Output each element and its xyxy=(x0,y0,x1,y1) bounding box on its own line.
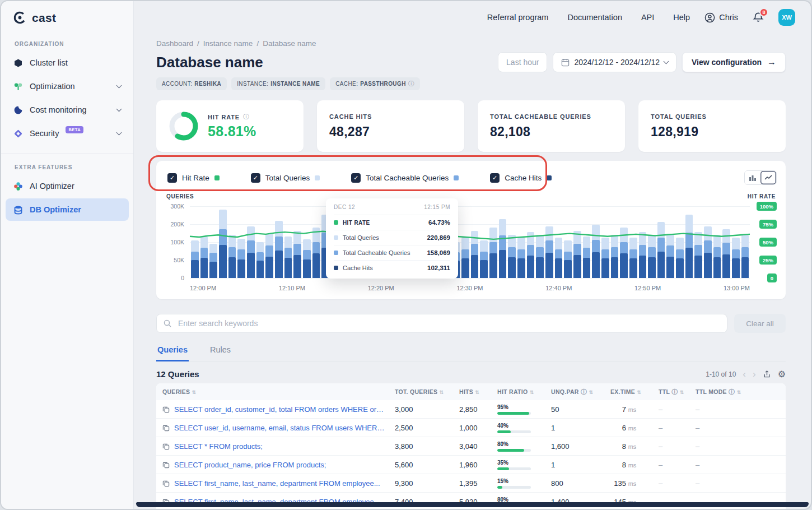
legend-toggle-total-cacheable-queries[interactable]: ✓ Total Cacheable Queries xyxy=(351,173,459,183)
stacked-bar[interactable] xyxy=(461,206,469,278)
prev-page-button[interactable]: ‹ xyxy=(743,369,746,379)
stacked-bar[interactable] xyxy=(555,206,563,278)
line-chart-toggle[interactable] xyxy=(760,171,776,184)
avatar[interactable]: XW xyxy=(778,9,795,26)
stacked-bar[interactable] xyxy=(620,206,628,278)
sort-icon[interactable]: ⇅ xyxy=(737,390,741,395)
stacked-bar[interactable] xyxy=(499,206,507,278)
stacked-bar[interactable] xyxy=(489,206,497,278)
column-unq-par[interactable]: UNQ.PAR ⓘ ⇅ xyxy=(551,388,610,396)
query-link[interactable]: SELECT first_name, last_name, department… xyxy=(174,479,380,488)
stacked-bar[interactable] xyxy=(228,206,236,278)
info-icon[interactable]: ⓘ xyxy=(408,80,414,88)
stacked-bar[interactable] xyxy=(517,206,525,278)
stacked-bar[interactable] xyxy=(611,206,619,278)
sort-icon[interactable]: ⇅ xyxy=(192,390,197,395)
stacked-bar[interactable] xyxy=(685,206,693,278)
query-link[interactable]: SELECT product_name, price FROM products… xyxy=(174,461,326,469)
stacked-bar[interactable] xyxy=(312,206,320,278)
last-hour-button[interactable]: Last hour xyxy=(498,52,547,72)
stacked-bar[interactable] xyxy=(722,206,730,278)
sidebar-item-optimization[interactable]: Optimization xyxy=(6,75,129,98)
sort-icon[interactable]: ⇅ xyxy=(475,390,479,395)
stacked-bar[interactable] xyxy=(648,206,656,278)
sidebar-item-security[interactable]: Security BETA xyxy=(6,122,129,145)
stacked-bar[interactable] xyxy=(657,206,665,278)
stacked-bar[interactable] xyxy=(219,206,227,278)
stacked-bar[interactable] xyxy=(666,206,674,278)
sort-icon[interactable]: ⇅ xyxy=(637,390,641,395)
stacked-bar[interactable] xyxy=(303,206,311,278)
query-link[interactable]: SELECT order_id, customer_id, total FROM… xyxy=(174,405,387,414)
next-page-button[interactable]: › xyxy=(753,369,756,379)
nav-link-documentation[interactable]: Documentation xyxy=(567,13,622,22)
nav-link-api[interactable]: API xyxy=(641,13,654,22)
stacked-bar[interactable] xyxy=(200,206,208,278)
stacked-bar[interactable] xyxy=(284,206,292,278)
copy-icon[interactable] xyxy=(162,480,170,487)
notifications-button[interactable]: 8 xyxy=(753,12,764,23)
stacked-bar[interactable] xyxy=(191,206,199,278)
view-configuration-button[interactable]: View configuration → xyxy=(682,52,786,72)
stacked-bar[interactable] xyxy=(639,206,647,278)
query-link[interactable]: SELECT user_id, username, email, status … xyxy=(174,424,387,432)
stacked-bar[interactable] xyxy=(713,206,721,278)
stacked-bar[interactable] xyxy=(629,206,637,278)
sort-icon[interactable]: ⇅ xyxy=(680,390,684,395)
copy-icon[interactable] xyxy=(162,406,170,413)
sidebar-item-ai-optimizer[interactable]: AI Optimizer xyxy=(6,175,129,197)
nav-link-referral-program[interactable]: Referral program xyxy=(487,13,549,22)
copy-icon[interactable] xyxy=(162,424,170,432)
stacked-bar[interactable] xyxy=(536,206,544,278)
info-icon[interactable]: ⓘ xyxy=(729,388,735,395)
stacked-bar[interactable] xyxy=(471,206,479,278)
breadcrumb-item-dashboard[interactable]: Dashboard xyxy=(156,39,193,48)
logo[interactable]: cast xyxy=(1,1,133,31)
nav-link-help[interactable]: Help xyxy=(673,13,690,22)
export-icon[interactable] xyxy=(763,370,771,378)
stacked-bar[interactable] xyxy=(601,206,609,278)
stacked-bar[interactable] xyxy=(209,206,217,278)
legend-toggle-hit-rate[interactable]: ✓ Hit Rate xyxy=(167,173,220,183)
copy-icon[interactable] xyxy=(162,443,170,450)
stacked-bar[interactable] xyxy=(293,206,301,278)
column-ttl[interactable]: TTL ⓘ ⇅ xyxy=(659,388,696,396)
column-queries[interactable]: QUERIES ⇅ xyxy=(162,388,395,395)
stacked-bar[interactable] xyxy=(480,206,488,278)
breadcrumb-item-database-name[interactable]: Database name xyxy=(263,39,316,48)
breadcrumb-item-instance-name[interactable]: Instance name xyxy=(203,39,253,48)
info-icon[interactable]: ⓘ xyxy=(671,388,678,395)
column-hit-ratio[interactable]: HIT RATIO ⇅ xyxy=(497,388,551,395)
stacked-bar[interactable] xyxy=(704,206,712,278)
stacked-bar[interactable] xyxy=(592,206,600,278)
date-range-picker[interactable]: 2024/12/12 - 2024/12/12 xyxy=(553,52,676,72)
sidebar-item-db-optimizer[interactable]: DB Optimizer xyxy=(6,198,129,221)
copy-icon[interactable] xyxy=(162,461,170,469)
info-icon[interactable]: ⓘ xyxy=(581,388,587,395)
tab-queries[interactable]: Queries xyxy=(156,343,189,361)
stacked-bar[interactable] xyxy=(573,206,581,278)
stacked-bar[interactable] xyxy=(583,206,591,278)
column-ex-time[interactable]: EX.TIME ⇅ xyxy=(610,388,659,395)
stacked-bar[interactable] xyxy=(265,206,273,278)
legend-toggle-total-queries[interactable]: ✓ Total Queries xyxy=(251,173,320,183)
search-input[interactable] xyxy=(156,314,727,333)
sidebar-item-cost-monitoring[interactable]: Cost monitoring xyxy=(6,99,129,121)
tab-rules[interactable]: Rules xyxy=(209,343,232,361)
stacked-bar[interactable] xyxy=(237,206,245,278)
stacked-bar[interactable] xyxy=(508,206,516,278)
clear-all-button[interactable]: Clear all xyxy=(734,314,786,333)
column-tot-queries[interactable]: TOT. QUERIES ⇅ xyxy=(395,388,459,395)
stacked-bar[interactable] xyxy=(247,206,255,278)
legend-toggle-cache-hits[interactable]: ✓ Cache Hits xyxy=(490,173,552,183)
stacked-bar[interactable] xyxy=(527,206,535,278)
sort-icon[interactable]: ⇅ xyxy=(440,390,444,395)
stacked-bar[interactable] xyxy=(732,206,740,278)
gear-icon[interactable]: ⚙ xyxy=(778,370,786,379)
info-icon[interactable]: ⓘ xyxy=(243,113,249,121)
stacked-bar[interactable] xyxy=(545,206,553,278)
stacked-bar[interactable] xyxy=(564,206,572,278)
column-ttl-mode[interactable]: TTL MODE ⓘ ⇅ xyxy=(696,388,780,396)
sort-icon[interactable]: ⇅ xyxy=(530,390,534,395)
sort-icon[interactable]: ⇅ xyxy=(589,390,594,395)
